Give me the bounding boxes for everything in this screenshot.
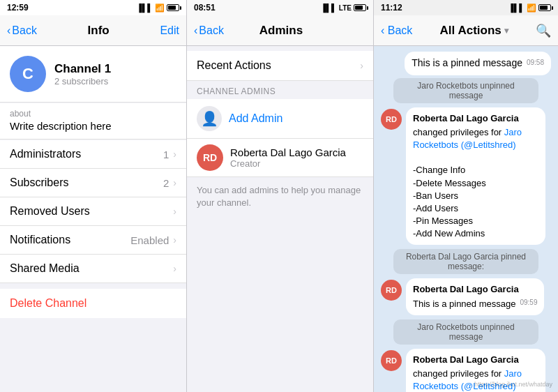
subscriber-count: 2	[163, 177, 169, 189]
back-button-3[interactable]: ‹ Back	[381, 24, 412, 37]
activity-block-2: RD Roberta Dal Lago Garcia This is a pin…	[381, 278, 551, 315]
panel-admins: 08:51 ▐▌▌ LTE ‹ Back Admins Recent Actio…	[187, 0, 374, 392]
chevron-right-icon: ›	[360, 60, 363, 71]
admin-avatar: RD	[197, 144, 223, 171]
item-right: ›	[173, 206, 176, 217]
battery-icon	[354, 4, 366, 11]
chevron-right-icon: ›	[173, 206, 176, 217]
signal-icon: ▐▌▌	[508, 3, 525, 12]
admin-row[interactable]: RD Roberta Dal Lago Garcia Creator	[187, 139, 373, 177]
admin-role: Creator	[230, 158, 346, 169]
signal-icon: ▐▌▌	[137, 3, 153, 12]
chat-messages: This is a pinned message 09:58 Jaro Rock…	[374, 46, 558, 392]
link-3[interactable]: Jaro Rocketbots (@Letitshred)	[413, 368, 522, 391]
chevron-right-icon: ›	[173, 263, 176, 274]
item-right: Enabled ›	[130, 234, 176, 246]
item-label: Removed Users	[10, 205, 90, 218]
about-label: about	[10, 109, 176, 119]
message-bubble-1: This is a pinned message 09:58	[405, 52, 551, 75]
channel-name: Channel 1	[54, 62, 111, 76]
list-item-shared-media[interactable]: Shared Media ›	[0, 255, 186, 283]
admin-name: Roberta Dal Lago Garcia	[230, 146, 346, 158]
avatar: C	[10, 56, 46, 92]
channel-subscribers: 2 subscribers	[54, 76, 111, 86]
list-item-subscribers[interactable]: Subscribers 2 ›	[0, 169, 186, 197]
activity-content-1: Roberta Dal Lago Garcia changed privileg…	[406, 107, 545, 246]
channel-info: Channel 1 2 subscribers	[54, 62, 111, 86]
status-bar-3: 11:12 ▐▌▌ 📶	[374, 0, 558, 15]
system-message-1: Jaro Rocketbots unpinned message	[393, 78, 538, 103]
item-right: 2 ›	[163, 177, 176, 189]
page-title-1: Info	[88, 24, 110, 38]
page-title-2: Admins	[259, 24, 303, 38]
activity-text-3: changed privileges for Jaro Rocketbots (…	[413, 368, 522, 391]
about-section: about Write description here	[0, 103, 186, 140]
link-1[interactable]: Jaro Rocketbots (@Letitshred)	[413, 127, 522, 150]
chevron-left-icon: ‹	[7, 24, 10, 37]
channel-header: C Channel 1 2 subscribers	[0, 46, 186, 103]
activity-avatar-2: RD	[381, 280, 402, 301]
back-button-2[interactable]: ‹ Back	[194, 24, 224, 37]
add-admin-icon: 👤	[197, 106, 222, 131]
watermark: https://blog.ibot.net/whatday	[474, 381, 552, 388]
list-item-notifications[interactable]: Notifications Enabled ›	[0, 226, 186, 255]
item-label: Subscribers	[10, 176, 68, 189]
item-label: Administrators	[10, 148, 81, 160]
item-right: ›	[173, 263, 176, 274]
privilege-changes: -Change Info-Delete Messages-Ban Users-A…	[413, 165, 486, 239]
chevron-left-icon: ‹	[194, 24, 197, 37]
admin-info: Roberta Dal Lago Garcia Creator	[230, 146, 346, 169]
add-admin-label: Add Admin	[229, 112, 282, 125]
message-text: This is a pinned message	[412, 57, 522, 68]
lte-icon: LTE	[339, 4, 352, 12]
chevron-right-icon: ›	[173, 177, 176, 188]
pinned-text: This is a pinned message	[413, 299, 515, 309]
signal-icon: ▐▌▌	[320, 3, 336, 12]
panel-all-actions: 11:12 ▐▌▌ 📶 ‹ Back All Actions ▾ 🔍 This …	[374, 0, 558, 392]
message-time: 09:58	[527, 58, 544, 68]
item-label: Notifications	[10, 234, 70, 246]
system-message-3: Jaro Rocketbots unpinned message	[393, 319, 538, 345]
admin-count: 1	[163, 149, 169, 160]
recent-actions-label: Recent Actions	[197, 59, 271, 72]
time-1: 12:59	[7, 3, 29, 13]
nav-bar-1: ‹ Back Info Edit	[0, 15, 186, 46]
dropdown-icon: ▾	[504, 26, 508, 36]
status-icons-1: ▐▌▌ 📶	[137, 3, 179, 13]
activity-content-2: Roberta Dal Lago Garcia This is a pinned…	[406, 278, 544, 315]
admin-list: 👤 Add Admin RD Roberta Dal Lago Garcia C…	[187, 99, 373, 177]
panel-info: 12:59 ▐▌▌ 📶 ‹ Back Info Edit C Channel 1…	[0, 0, 187, 392]
wifi-icon: 📶	[527, 3, 536, 13]
delete-channel-button[interactable]: Delete Channel	[10, 297, 86, 309]
actor-name-1: Roberta Dal Lago Garcia	[413, 112, 538, 125]
list-item-removed-users[interactable]: Removed Users ›	[0, 197, 186, 226]
edit-button[interactable]: Edit	[160, 24, 179, 37]
activity-time-2: 09:59	[520, 298, 537, 308]
back-button-1[interactable]: ‹ Back	[7, 24, 37, 37]
admin-info-text: You can add admins to help you manage yo…	[187, 177, 373, 216]
activity-avatar-1: RD	[381, 109, 402, 130]
chevron-left-icon: ‹	[381, 24, 384, 36]
info-list: Administrators 1 › Subscribers 2 › Remov…	[0, 140, 186, 283]
status-icons-3: ▐▌▌ 📶	[508, 3, 551, 13]
section-header-admins: CHANNEL ADMINS	[187, 81, 373, 99]
wifi-icon: 📶	[155, 3, 165, 13]
nav-bar-3: ‹ Back All Actions ▾ 🔍	[374, 15, 558, 46]
recent-actions-row[interactable]: Recent Actions ›	[187, 51, 373, 81]
delete-section: Delete Channel	[0, 289, 186, 318]
activity-block-1: RD Roberta Dal Lago Garcia changed privi…	[381, 107, 551, 246]
system-message-2: Roberta Dal Lago Garcia pinned message:	[393, 249, 538, 274]
list-item-administrators[interactable]: Administrators 1 ›	[0, 140, 186, 169]
add-admin-row[interactable]: 👤 Add Admin	[187, 99, 373, 139]
actor-name-2: Roberta Dal Lago Garcia	[413, 283, 537, 296]
search-icon[interactable]: 🔍	[536, 23, 551, 38]
item-label: Shared Media	[10, 262, 80, 275]
status-icons-2: ▐▌▌ LTE	[320, 3, 366, 12]
actor-name-3: Roberta Dal Lago Garcia	[413, 354, 538, 366]
about-text: Write description here	[10, 120, 176, 132]
time-2: 08:51	[194, 3, 216, 13]
item-right: 1 ›	[163, 149, 176, 160]
status-bar-1: 12:59 ▐▌▌ 📶	[0, 0, 186, 15]
activity-text: changed privileges for Jaro Rocketbots (…	[413, 127, 522, 150]
activity-avatar-3: RD	[381, 350, 402, 371]
